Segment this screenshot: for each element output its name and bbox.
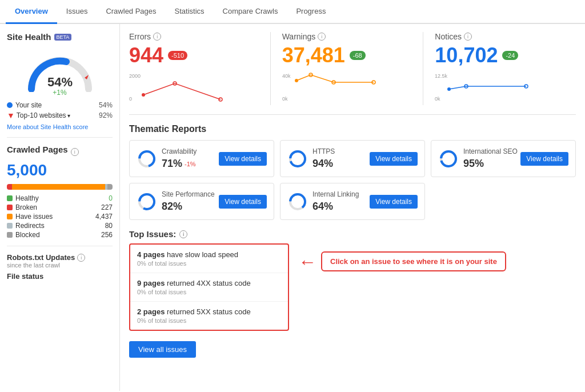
https-name: HTTPS (312, 147, 335, 155)
nav-item-statistics[interactable]: Statistics (166, 0, 214, 23)
crawl-legend: Healthy 0 Broken 227 Have issues (7, 194, 113, 239)
legend-redirects-label: Redirects (15, 222, 45, 230)
issue-1-sub: 0% of total issues (137, 260, 281, 267)
site-performance-view-btn[interactable]: View details (219, 195, 267, 209)
crawled-pages-title: Crawled Pages (7, 145, 68, 154)
issue-2-bold: 9 pages (137, 279, 165, 287)
thematic-reports-section: Thematic Reports Crawlability 71% (129, 124, 576, 220)
report-crawlability: Crawlability 71% -1% View details (129, 140, 274, 177)
notices-chart: 12.5k 0k (435, 72, 564, 105)
crawled-pages-count: 5,000 (7, 161, 113, 179)
robots-info-icon[interactable]: i (77, 254, 85, 262)
gauge-change: +1% (53, 89, 66, 97)
issue-1-rest: have slow load speed (167, 250, 238, 259)
issue-3-bold: 2 pages (137, 307, 165, 316)
legend-have-issues-label: Have issues (15, 213, 53, 221)
issue-row-3[interactable]: 2 pages returned 5XX status code 0% of t… (130, 302, 288, 330)
svg-text:2000: 2000 (129, 73, 141, 79)
issue-1-bold: 4 pages (137, 250, 165, 259)
site-performance-name: Site Performance (162, 190, 215, 198)
issue-row-2[interactable]: 9 pages returned 4XX status code 0% of t… (130, 273, 288, 302)
svg-point-23 (441, 151, 456, 166)
errors-value: 944 (129, 43, 163, 67)
crawlability-change: -1% (185, 161, 196, 167)
reports-grid: Crawlability 71% -1% View details (129, 140, 576, 220)
robots-sub: since the last crawl (7, 262, 113, 269)
sidebar: Site Health BETA 54% +1% (0, 24, 120, 391)
metric-errors: Errors i 944 -510 2000 0 (129, 32, 271, 105)
crawled-pages-section: Crawled Pages i 5,000 Healthy 0 (7, 145, 113, 239)
site-health-gauge: 54% +1% (7, 46, 113, 97)
crawled-pages-info-icon[interactable]: i (71, 148, 79, 156)
internal-linking-donut (287, 191, 308, 212)
errors-badge: -510 (168, 51, 187, 60)
svg-point-21 (290, 151, 305, 166)
https-donut (287, 149, 308, 169)
svg-text:0k: 0k (282, 96, 288, 102)
issue-row-1[interactable]: 4 pages have slow load speed 0% of total… (130, 245, 288, 273)
legend-redirects-count: 80 (105, 222, 113, 230)
legend-broken-label: Broken (15, 203, 37, 211)
issues-callout-area: ← Click on an issue to see where it is o… (298, 251, 506, 271)
crawlability-name: Crawlability (162, 147, 197, 155)
legend-broken-count: 227 (101, 203, 113, 211)
internal-linking-pct: 64% (312, 201, 359, 213)
nav-item-overview[interactable]: Overview (6, 0, 57, 24)
nav-item-issues[interactable]: Issues (57, 0, 97, 23)
errors-label: Errors (129, 32, 151, 41)
notices-badge: -24 (502, 51, 518, 60)
gauge-svg: 54% (23, 46, 97, 92)
robots-section: Robots.txt Updates i since the last craw… (7, 253, 113, 281)
notices-info-icon[interactable]: i (464, 33, 472, 41)
issue-2-sub: 0% of total issues (137, 289, 281, 295)
top10-label[interactable]: Top-10 websites ▾ (17, 111, 70, 119)
top-issues-info-icon[interactable]: i (179, 230, 187, 238)
site-performance-donut (137, 191, 157, 212)
warnings-info-icon[interactable]: i (318, 33, 326, 41)
international-seo-view-btn[interactable]: View details (520, 152, 568, 166)
warnings-label: Warnings (282, 32, 316, 41)
nav-item-progress[interactable]: Progress (287, 0, 335, 23)
metrics-row: Errors i 944 -510 2000 0 (129, 32, 576, 115)
site-performance-pct: 82% (162, 201, 215, 213)
crawlability-donut (137, 149, 157, 169)
legend-blocked-label: Blocked (15, 231, 40, 239)
report-internal-linking: Internal Linking 64% View details (280, 183, 425, 220)
beta-badge: BETA (54, 34, 72, 41)
nav-item-compare-crawls[interactable]: Compare Crawls (214, 0, 287, 23)
metric-warnings: Warnings i 37,481 -68 40k 0k (271, 32, 424, 105)
international-seo-name: International SEO (463, 147, 518, 155)
legend-blocked-count: 256 (101, 231, 113, 239)
svg-text:40k: 40k (282, 73, 291, 79)
crawlability-pct: 71% (162, 158, 182, 170)
report-international-seo: International SEO 95% View details (431, 140, 576, 177)
notices-value: 10,702 (435, 43, 498, 67)
internal-linking-name: Internal Linking (312, 190, 359, 198)
top-issues-section: Top Issues: i 4 pages have slow load spe… (129, 229, 576, 358)
nav-item-crawled-pages[interactable]: Crawled Pages (97, 0, 165, 23)
errors-info-icon[interactable]: i (153, 33, 161, 41)
robots-title: Robots.txt Updates (7, 253, 75, 262)
legend-have-issues-count: 4,437 (95, 213, 113, 221)
crawlability-view-btn[interactable]: View details (219, 152, 267, 166)
your-site-label: Your site (15, 101, 42, 109)
callout-box: Click on an issue to see where it is on … (321, 251, 506, 271)
top10-val: 92% (99, 111, 113, 119)
svg-text:12.5k: 12.5k (435, 73, 448, 79)
issue-3-rest: returned 5XX status code (167, 307, 251, 316)
https-view-btn[interactable]: View details (370, 152, 418, 166)
svg-point-15 (447, 87, 451, 91)
issues-box: 4 pages have slow load speed 0% of total… (129, 243, 289, 331)
issue-2-rest: returned 4XX status code (167, 279, 251, 287)
internal-linking-view-btn[interactable]: View details (370, 195, 418, 209)
warnings-chart: 40k 0k (282, 72, 412, 105)
crawled-progress-bar (7, 184, 113, 190)
your-site-val: 54% (99, 101, 113, 109)
site-health-section: Site Health BETA 54% +1% (7, 32, 113, 130)
site-health-legend: Your site 54% ▼ Top-10 websites ▾ 92% (7, 101, 113, 120)
errors-chart: 2000 0 (129, 72, 259, 105)
view-all-issues-button[interactable]: View all issues (129, 341, 196, 358)
more-about-site-health-link[interactable]: More about Site Health score (7, 123, 113, 130)
https-pct: 94% (312, 158, 335, 170)
svg-point-9 (295, 79, 298, 82)
